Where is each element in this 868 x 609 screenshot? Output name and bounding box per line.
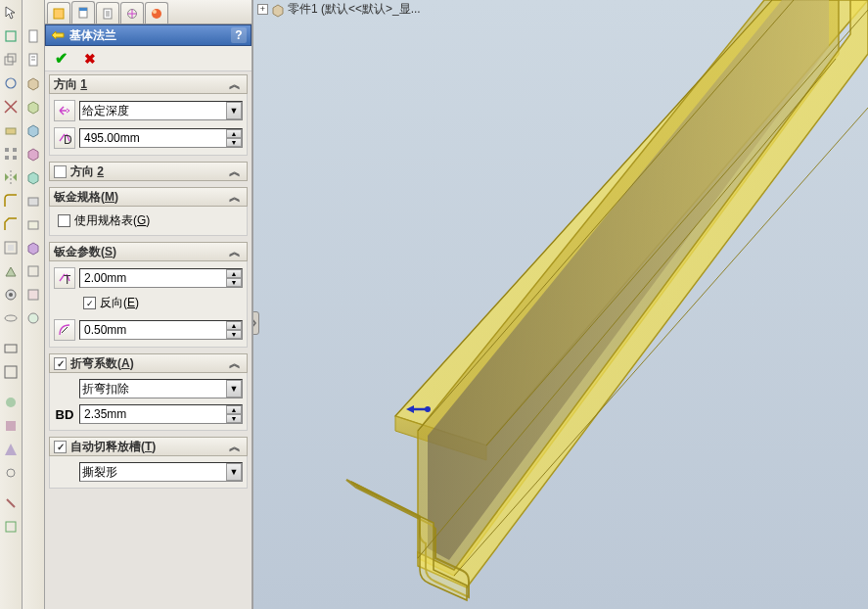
use-table-checkbox[interactable] xyxy=(58,214,70,227)
section-header-bend[interactable]: ✓ 折弯系数(A) ︽ xyxy=(49,353,248,373)
fillet-icon[interactable] xyxy=(1,191,21,211)
svg-line-45 xyxy=(418,59,836,558)
depth-type-combo[interactable]: 给定深度 ▼ xyxy=(79,101,243,120)
radius-input[interactable]: 0.50mm ▲▼ xyxy=(79,320,243,340)
thickness-value: 2.00mm xyxy=(84,271,126,285)
cancel-button[interactable]: ✖ xyxy=(80,49,100,69)
svg-rect-8 xyxy=(13,156,17,160)
reverse-label: 反向(E) xyxy=(100,295,139,311)
svg-text:T1: T1 xyxy=(64,273,71,285)
confirm-bar: ✔ ✖ xyxy=(45,46,251,71)
tool4-icon[interactable] xyxy=(1,463,21,483)
sketch-icon[interactable] xyxy=(1,26,21,46)
tab-property-manager[interactable] xyxy=(71,1,95,23)
svg-rect-24 xyxy=(28,266,38,276)
reverse-checkbox[interactable]: ✓ xyxy=(83,297,96,309)
collapse-icon: ︽ xyxy=(227,76,243,93)
spinner-down-icon[interactable]: ▼ xyxy=(226,414,242,423)
tool1-icon[interactable] xyxy=(1,393,21,412)
bend-type-combo[interactable]: 折弯扣除 ▼ xyxy=(79,379,243,398)
shell-icon[interactable] xyxy=(1,238,21,258)
box8-icon[interactable] xyxy=(23,238,43,258)
section-header-sheet-spec[interactable]: 钣金规格(M) ︽ xyxy=(49,187,248,207)
svg-rect-23 xyxy=(28,221,38,229)
doc1-icon[interactable] xyxy=(23,26,43,46)
convert-icon[interactable] xyxy=(1,73,21,93)
svg-rect-15 xyxy=(5,366,17,378)
base-flange-icon xyxy=(50,27,66,43)
sheet-spec-title: 钣金规格(M) xyxy=(54,189,118,206)
box4-icon[interactable] xyxy=(23,144,43,164)
tab-appearance[interactable] xyxy=(145,2,168,23)
box1-icon[interactable] xyxy=(23,73,43,93)
spinner-down-icon[interactable]: ▼ xyxy=(226,278,242,287)
box6-icon[interactable] xyxy=(23,191,43,211)
rib-icon[interactable] xyxy=(1,261,21,281)
svg-rect-6 xyxy=(13,148,17,152)
mirror-icon[interactable] xyxy=(1,167,21,187)
spinner-down-icon[interactable]: ▼ xyxy=(226,330,242,339)
ok-button[interactable]: ✔ xyxy=(51,49,70,69)
relief-checkbox[interactable]: ✓ xyxy=(54,441,67,453)
viewport-3d[interactable]: + 零件1 (默认<<默认>_显... xyxy=(253,0,868,609)
dropdown-arrow-icon[interactable]: ▼ xyxy=(226,380,242,398)
feature-icon[interactable] xyxy=(1,120,21,140)
tool5-icon[interactable] xyxy=(1,493,21,513)
select-icon[interactable] xyxy=(1,3,21,23)
collapse-icon: ︽ xyxy=(227,439,243,455)
spinner-up-icon[interactable]: ▲ xyxy=(226,129,242,138)
boxA-icon[interactable] xyxy=(23,285,43,304)
svg-rect-20 xyxy=(29,30,37,42)
section-sheet-params: 钣金参数(S) ︽ T1 2.00mm ▲▼ ✓ 反向(E) xyxy=(49,242,248,348)
reserve1-icon[interactable] xyxy=(23,3,43,23)
doc2-icon[interactable] xyxy=(23,50,43,70)
hole-icon[interactable] xyxy=(1,285,21,304)
pattern-icon[interactable] xyxy=(1,144,21,164)
section-header-relief[interactable]: ✓ 自动切释放槽(T) ︽ xyxy=(49,437,248,456)
section-relief: ✓ 自动切释放槽(T) ︽ 撕裂形 ▼ xyxy=(49,437,248,489)
collapse-icon: ︽ xyxy=(227,244,243,260)
box5-icon[interactable] xyxy=(23,167,43,187)
property-panel: 基体法兰 ? ✔ ✖ 方向 1 ︽ 给定深度 ▼ D1 xyxy=(45,0,253,609)
relief-type-combo[interactable]: 撕裂形 ▼ xyxy=(79,462,243,482)
spinner-down-icon[interactable]: ▼ xyxy=(226,138,242,147)
model-render xyxy=(253,0,868,609)
dropdown-arrow-icon[interactable]: ▼ xyxy=(226,102,242,119)
svg-point-12 xyxy=(9,293,13,297)
box9-icon[interactable] xyxy=(23,261,43,281)
help-button[interactable]: ? xyxy=(231,27,247,43)
dropdown-arrow-icon[interactable]: ▼ xyxy=(226,463,242,481)
direction2-checkbox[interactable] xyxy=(54,165,67,178)
chamfer-icon[interactable] xyxy=(1,214,21,234)
tab-feature-tree[interactable] xyxy=(47,2,70,23)
view2-icon[interactable] xyxy=(1,362,21,382)
svg-point-33 xyxy=(153,10,157,14)
depth-input[interactable]: 495.00mm ▲▼ xyxy=(79,128,243,148)
spinner-up-icon[interactable]: ▲ xyxy=(226,321,242,330)
svg-rect-25 xyxy=(28,290,38,300)
box7-icon[interactable] xyxy=(23,214,43,234)
reverse-direction-icon[interactable] xyxy=(54,100,75,121)
wrap-icon[interactable] xyxy=(1,308,21,328)
spinner-up-icon[interactable]: ▲ xyxy=(226,405,242,414)
thickness-input[interactable]: 2.00mm ▲▼ xyxy=(79,268,243,288)
boxB-icon[interactable] xyxy=(23,308,43,328)
tab-display[interactable] xyxy=(120,2,144,23)
bend-checkbox[interactable]: ✓ xyxy=(54,357,67,370)
box3-icon[interactable] xyxy=(23,120,43,140)
box2-icon[interactable] xyxy=(23,97,43,117)
tab-config[interactable] xyxy=(96,2,119,23)
spinner-up-icon[interactable]: ▲ xyxy=(226,269,242,278)
section-header-sheet-params[interactable]: 钣金参数(S) ︽ xyxy=(49,242,248,261)
view-icon[interactable] xyxy=(1,339,21,358)
section-header-direction2[interactable]: 方向 2 ︽ xyxy=(49,162,248,181)
tool6-icon[interactable] xyxy=(1,517,21,537)
section-header-direction1[interactable]: 方向 1 ︽ xyxy=(49,74,248,94)
cut-icon[interactable] xyxy=(1,97,21,117)
tool3-icon[interactable] xyxy=(1,440,21,459)
tool2-icon[interactable] xyxy=(1,416,21,436)
sketch3d-icon[interactable] xyxy=(1,50,21,70)
svg-point-16 xyxy=(6,398,16,407)
radius-value: 0.50mm xyxy=(84,323,126,337)
bd-input[interactable]: 2.35mm ▲▼ xyxy=(79,404,243,424)
